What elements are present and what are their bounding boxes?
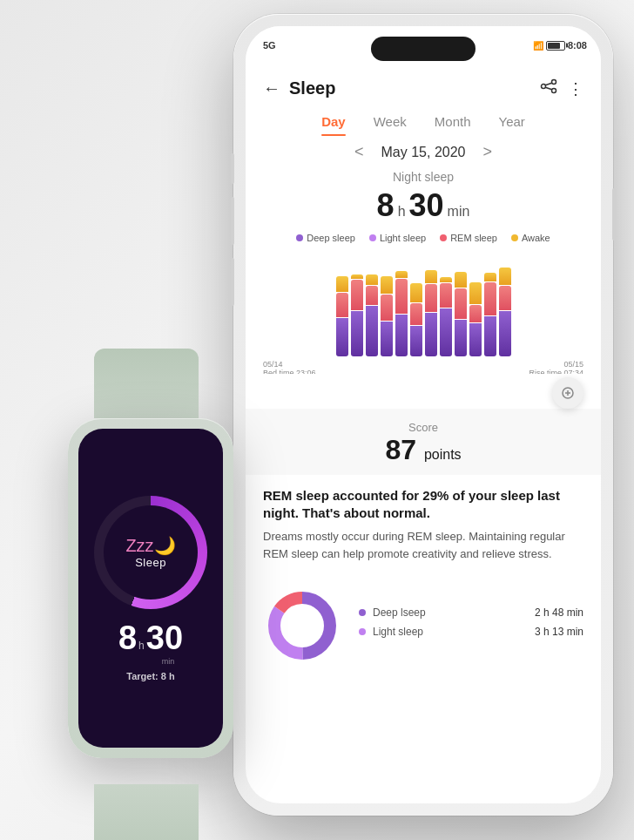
legend-deep-sleep: Deep sleep [296, 233, 355, 243]
awake-bar [455, 272, 467, 288]
tab-day[interactable]: Day [307, 109, 360, 134]
chart-bar-group [425, 270, 437, 356]
volume-down-button [231, 258, 234, 306]
watch-minutes: 30 [146, 620, 183, 657]
battery-icon [546, 41, 565, 51]
svg-line-3 [545, 83, 551, 85]
tab-week[interactable]: Week [360, 109, 421, 134]
sleep-minutes: 30 [409, 187, 444, 224]
deep-bar [455, 320, 467, 356]
legend-awake: Awake [511, 233, 550, 243]
rem-bar [484, 282, 496, 315]
chart-label-left: 05/14 Bed time 23:06 [263, 360, 316, 374]
awake-bar [440, 277, 452, 282]
awake-bar [499, 268, 511, 285]
smartwatch: Zzz🌙 Sleep 8 h 30 min Target: 8 h [51, 401, 251, 802]
chart-bar-group [499, 268, 511, 356]
watch-time: 8 h 30 [118, 620, 183, 662]
svg-line-4 [545, 87, 551, 90]
chart-labels: 05/14 Bed time 23:06 05/15 Rise time 07:… [254, 356, 592, 374]
sleep-h-unit: h [398, 204, 406, 220]
phone-screen: 5G 📶 8:08 ← Sleep [246, 26, 601, 803]
svg-point-1 [542, 85, 546, 89]
chart-bar-group [395, 271, 408, 356]
tab-year[interactable]: Year [485, 109, 539, 134]
next-date-button[interactable]: > [482, 143, 492, 161]
tabs-row: Day Week Month Year [246, 98, 601, 134]
more-icon[interactable]: ⋮ [568, 79, 583, 98]
insight-body: Dreams mostly occur during REM sleep. Ma… [263, 528, 583, 562]
breakdown-light-dot [359, 628, 366, 635]
rem-bar [440, 283, 452, 308]
insight-section: REM sleep accounted for 29% of your slee… [246, 475, 601, 574]
sleep-chart: 05/14 Bed time 23:06 05/15 Rise time 07:… [254, 252, 592, 374]
rem-bar [336, 293, 348, 317]
breakdown-deep-dot [359, 609, 366, 616]
chart-toggle-button[interactable] [552, 377, 583, 409]
watch-hours: 8 [118, 620, 137, 657]
watch-inner: Zzz🌙 Sleep [104, 505, 198, 600]
deep-bar [381, 322, 393, 356]
notch [371, 37, 476, 61]
page-title: Sleep [289, 78, 540, 98]
rem-sleep-dot [440, 234, 447, 241]
legend-rem-sleep: REM sleep [440, 233, 497, 243]
current-date: May 15, 2020 [381, 145, 466, 160]
deep-bar [425, 313, 437, 356]
time-display: 8:08 [568, 40, 587, 51]
chart-bar-group [469, 282, 482, 356]
tab-month[interactable]: Month [421, 109, 485, 134]
battery-fill [548, 43, 560, 49]
chart-bar-group [440, 277, 452, 356]
sleep-duration: 8 h 30 min [246, 187, 601, 224]
signal-icon: 📶 [533, 41, 543, 51]
sleep-legend: Deep sleep Light sleep REM sleep Awake [246, 233, 601, 243]
chart-label-right: 05/15 Rise time 07:34 [529, 360, 583, 374]
phone: 5G 📶 8:08 ← Sleep [233, 14, 613, 816]
back-button[interactable]: ← [263, 78, 280, 98]
chart-bar-group [336, 276, 348, 356]
watch-band-top [94, 349, 199, 418]
awake-bar [484, 273, 496, 281]
breakdown-list: Deep lseep 2 h 48 min Light sleep 3 h 13… [359, 606, 583, 645]
score-label: Score [263, 421, 583, 434]
power-button [612, 188, 616, 240]
chart-bar-group [381, 276, 393, 356]
toggle-container [246, 377, 601, 409]
status-left: 5G [263, 40, 276, 51]
rem-bar [381, 295, 393, 321]
deep-bar [366, 306, 378, 356]
breakdown-section: Deep lseep 2 h 48 min Light sleep 3 h 13… [246, 574, 601, 677]
score-section: Score 87 points [246, 409, 601, 475]
insight-heading: REM sleep accounted for 29% of your slee… [263, 487, 583, 521]
awake-bar [469, 282, 482, 304]
chart-bars [254, 252, 592, 356]
watch-ring: Zzz🌙 Sleep [94, 496, 207, 609]
chart-bar-group [410, 283, 422, 356]
prev-date-button[interactable]: < [354, 143, 364, 161]
awake-bar [425, 270, 437, 283]
chart-bar-group [484, 273, 496, 356]
chart-bar-group [351, 274, 363, 356]
awake-bar [395, 271, 408, 278]
header-icons: ⋮ [540, 78, 583, 98]
rem-bar [366, 286, 378, 305]
volume-up-button [231, 197, 234, 245]
breakdown-deep-time: 2 h 48 min [535, 606, 583, 619]
watch-h-label: h [138, 640, 145, 652]
watch-target: Target: 8 h [126, 671, 174, 681]
chart-bar-group [455, 272, 467, 356]
awake-bar [410, 283, 422, 302]
rem-bar [351, 280, 363, 310]
awake-bar [336, 276, 348, 292]
share-icon[interactable] [540, 78, 557, 98]
breakdown-light-time: 3 h 13 min [535, 626, 583, 638]
sleep-label: Night sleep [246, 170, 601, 184]
rem-bar [425, 284, 437, 312]
deep-bar [395, 315, 408, 356]
zzz-icon: Zzz🌙 [125, 535, 175, 556]
score-value: 87 points [263, 434, 583, 466]
breakdown-deep-sleep: Deep lseep 2 h 48 min [359, 606, 583, 619]
awake-dot [511, 234, 518, 241]
awake-bar [381, 276, 393, 294]
